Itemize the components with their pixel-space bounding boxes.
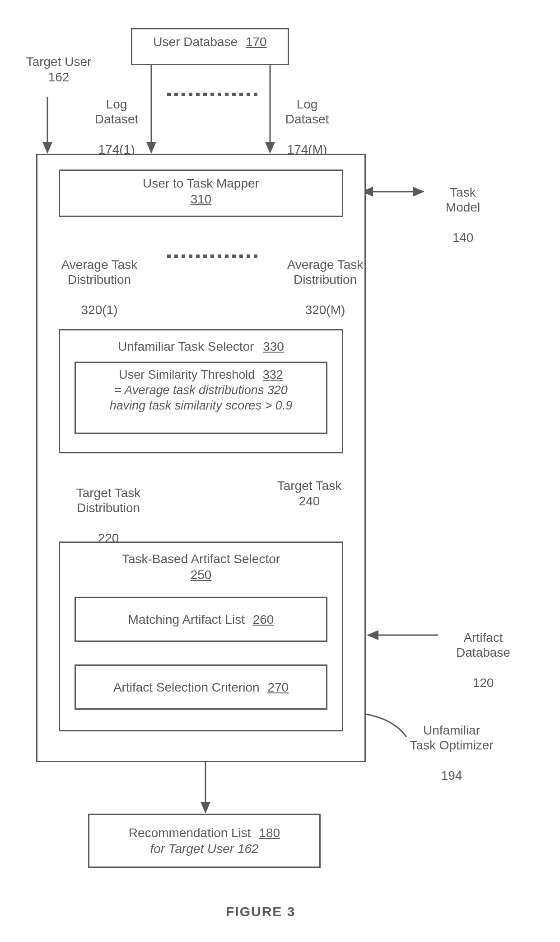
arrow-userdb-to-logm <box>265 65 275 154</box>
mapper-title: User to Task Mapper <box>143 176 259 190</box>
criterion-ref: 270 <box>267 680 289 694</box>
selector-title: Unfamiliar Task Selector <box>118 339 254 353</box>
target-user-text: Target User <box>26 55 92 69</box>
artifact-criterion-box: Artifact Selection Criterion 270 <box>75 664 327 710</box>
criterion-text: Artifact Selection Criterion <box>113 680 260 694</box>
log-dataset-m-label: Log Dataset 174(M) <box>275 81 339 157</box>
user-to-task-mapper-box: User to Task Mapper 310 <box>59 170 343 217</box>
target-user-ref: 162 <box>48 70 70 84</box>
svg-marker-18 <box>367 630 378 640</box>
container-text: Unfamiliar Task Optimizer <box>410 723 493 753</box>
target-user-label: Target User 162 <box>14 54 104 85</box>
artifact-db-text: Artifact Database <box>456 631 510 660</box>
target-dist-text: Target Task Distribution <box>76 486 141 515</box>
matching-list-ref: 260 <box>253 612 274 626</box>
container-ref: 194 <box>441 768 462 782</box>
svg-marker-3 <box>265 142 275 154</box>
mapper-ref: 310 <box>191 192 212 206</box>
artifact-selector-ref: 250 <box>191 568 212 582</box>
avg-dist-1-text: Average Task Distribution <box>61 258 138 287</box>
container-callout-label: Unfamiliar Task Optimizer 194 <box>397 707 506 783</box>
threshold-title: User Similarity Threshold <box>119 368 255 382</box>
recommendation-list-box: Recommendation List 180 for Target User … <box>88 814 321 868</box>
arrow-targetuser-in <box>42 97 52 154</box>
rec-title: Recommendation List <box>129 826 251 840</box>
threshold-ref: 332 <box>263 368 283 382</box>
log-dataset-1-text: Log Dataset <box>95 97 139 127</box>
arrow-container-to-rec <box>201 762 210 814</box>
arrow-mapper-to-taskmodel <box>361 187 425 197</box>
task-model-label: Task Model 140 <box>429 170 497 245</box>
target-task-ref: 240 <box>299 494 320 508</box>
rec-sub: for Target User 162 <box>150 842 258 856</box>
ellipsis-mid <box>167 254 257 258</box>
log-dataset-1-label: Log Dataset 174(1) <box>85 81 148 157</box>
figure-text: FIGURE 3 <box>226 904 295 919</box>
avg-dist-1-label: Average Task Distribution 320(1) <box>52 242 147 318</box>
task-model-ref: 140 <box>453 231 474 245</box>
svg-marker-5 <box>42 142 52 154</box>
svg-marker-20 <box>201 802 210 814</box>
task-model-text: Task Model <box>446 185 480 215</box>
target-task-text: Target Task <box>277 479 342 493</box>
arrow-artifactdb-in <box>367 630 438 640</box>
artifact-selector-title: Task-Based Artifact Selector <box>122 552 280 566</box>
rec-ref: 180 <box>259 826 280 840</box>
user-database-ref: 170 <box>246 35 267 49</box>
log-dataset-m-text: Log Dataset <box>285 97 329 127</box>
avg-dist-m-ref: 320(M) <box>305 303 345 317</box>
ellipsis-top <box>167 93 257 96</box>
target-task-label: Target Task 240 <box>269 478 350 509</box>
avg-dist-m-text: Average Task Distribution <box>287 258 364 287</box>
figure-caption: FIGURE 3 <box>226 904 295 919</box>
selector-title-ref: 330 <box>263 339 284 353</box>
matching-list-text: Matching Artifact List <box>128 612 245 626</box>
artifact-database-label: Artifact Database 120 <box>443 615 524 691</box>
user-database-label: User Database <box>153 35 238 49</box>
avg-dist-m-label: Average Task Distribution 320(M) <box>275 242 375 318</box>
user-database-box: User Database 170 <box>131 28 289 65</box>
threshold-line2: having task similarity scores > 0.9 <box>110 399 292 412</box>
matching-artifact-list-box: Matching Artifact List 260 <box>75 597 327 642</box>
user-similarity-threshold-box: User Similarity Threshold 332 = Average … <box>75 362 327 434</box>
svg-marker-12 <box>413 187 425 197</box>
artifact-db-ref: 120 <box>473 676 494 690</box>
target-task-dist-label: Target Task Distribution 220 <box>63 470 154 546</box>
avg-dist-1-ref: 320(1) <box>81 303 118 317</box>
threshold-line1: = Average task distributions 320 <box>114 383 287 397</box>
